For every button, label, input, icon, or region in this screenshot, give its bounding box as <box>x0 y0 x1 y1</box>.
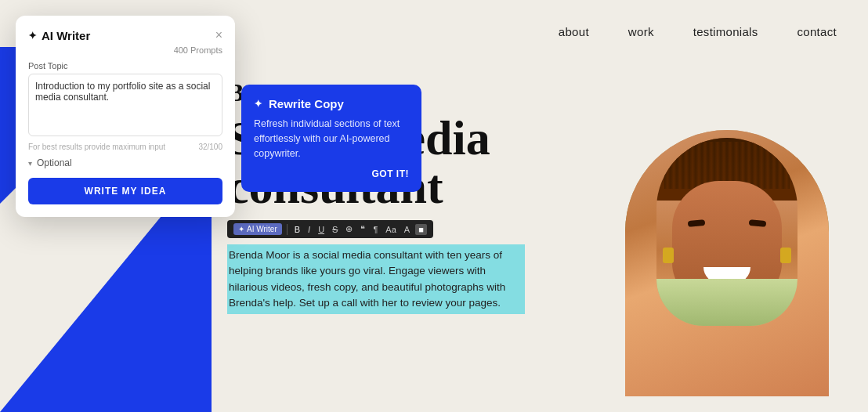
quote-icon[interactable]: ❝ <box>358 223 367 235</box>
rewrite-tooltip-body: Refresh individual sections of text effo… <box>254 117 409 161</box>
highlight-icon[interactable]: ■ <box>415 224 427 235</box>
panel-hint: For best results provide maximum input 3… <box>28 143 222 151</box>
text-editor-toolbar[interactable]: ✦ AI Writer B I U S ⊕ ❝ ¶ Aa A ■ <box>227 220 433 238</box>
ai-writer-panel: ✦ AI Writer × 400 Prompts Post Topic For… <box>16 16 235 217</box>
optional-label: Optional <box>37 157 72 168</box>
hint-left-text: For best results provide maximum input <box>28 143 165 151</box>
italic-icon[interactable]: I <box>306 224 313 235</box>
panel-close-button[interactable]: × <box>215 28 222 42</box>
rewrite-copy-tooltip: ✦ Rewrite Copy Refresh individual sectio… <box>241 85 421 192</box>
rewrite-title-text: Rewrite Copy <box>269 97 344 110</box>
nav-work[interactable]: work <box>628 25 654 38</box>
hint-right-text: 32/100 <box>198 143 222 151</box>
bold-icon[interactable]: B <box>292 224 302 235</box>
paragraph-icon[interactable]: ¶ <box>371 224 380 235</box>
sparkle-icon: ✦ <box>238 225 244 233</box>
post-topic-input[interactable] <box>28 74 222 136</box>
panel-header: ✦ AI Writer × <box>28 28 222 42</box>
link-icon[interactable]: ⊕ <box>343 223 355 235</box>
panel-sparkle-icon: ✦ <box>28 30 37 42</box>
strikethrough-icon[interactable]: S <box>330 224 340 235</box>
nav-contact[interactable]: contact <box>797 25 837 38</box>
rewrite-tooltip-header: ✦ Rewrite Copy <box>254 97 409 110</box>
optional-section[interactable]: ▾ Optional <box>28 157 222 168</box>
site-bio-text: Brenda Moor is a social media consultant… <box>227 244 525 314</box>
font-color-icon[interactable]: A <box>402 224 412 235</box>
toolbar-separator <box>287 224 288 235</box>
panel-title-text: AI Writer <box>42 29 90 42</box>
portrait-face <box>625 130 829 396</box>
underline-icon[interactable]: U <box>316 224 327 235</box>
font-size-icon[interactable]: Aa <box>383 224 398 235</box>
rewrite-sparkle-icon: ✦ <box>254 98 262 110</box>
toolbar-ai-button[interactable]: ✦ AI Writer <box>233 223 282 235</box>
panel-title: ✦ AI Writer <box>28 29 90 42</box>
chevron-down-icon: ▾ <box>28 159 32 168</box>
portrait-area <box>602 78 837 396</box>
nav-testimonials[interactable]: testimonials <box>693 25 758 38</box>
nav-about[interactable]: about <box>559 25 589 38</box>
write-my-idea-button[interactable]: WRITE MY IDEA <box>28 178 222 204</box>
prompts-count: 400 Prompts <box>28 45 222 55</box>
ai-writer-label: AI Writer <box>247 225 277 233</box>
site-navigation: about work testimonials contact <box>212 0 868 63</box>
post-topic-label: Post Topic <box>28 61 222 70</box>
got-it-button[interactable]: GOT IT! <box>372 168 410 179</box>
portrait-image <box>625 130 829 396</box>
